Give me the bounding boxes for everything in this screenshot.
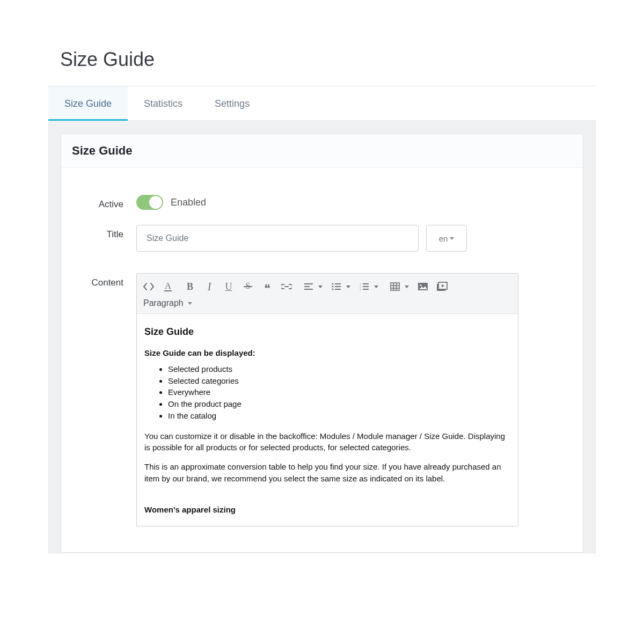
svg-point-23 bbox=[420, 284, 421, 286]
link-icon[interactable] bbox=[278, 278, 295, 295]
ul-dropdown-icon[interactable] bbox=[346, 286, 350, 288]
svg-point-7 bbox=[332, 288, 333, 290]
tab-statistics[interactable]: Statistics bbox=[128, 86, 199, 120]
language-code: en bbox=[439, 234, 448, 243]
list-item: Everywhere bbox=[168, 386, 510, 398]
strikethrough-icon[interactable]: S bbox=[239, 278, 257, 295]
label-active: Active bbox=[72, 195, 136, 210]
active-state-label: Enabled bbox=[171, 197, 206, 208]
table-dropdown-icon[interactable] bbox=[405, 286, 409, 288]
content-subheading: Size Guide can be displayed: bbox=[144, 347, 510, 359]
row-active: Active Enabled bbox=[72, 195, 572, 210]
content-heading: Size Guide bbox=[144, 325, 510, 339]
tab-settings[interactable]: Settings bbox=[199, 86, 266, 120]
blockquote-icon[interactable]: ❝ bbox=[259, 278, 276, 295]
toggle-knob bbox=[149, 196, 162, 209]
row-title: Title en bbox=[72, 225, 572, 252]
image-icon[interactable] bbox=[414, 278, 431, 295]
editor-content[interactable]: Size Guide Size Guide can be displayed: … bbox=[137, 314, 518, 526]
format-select[interactable]: Paragraph bbox=[140, 295, 515, 310]
list-item: Selected products bbox=[168, 363, 510, 375]
content-section-heading: Women's apparel sizing bbox=[144, 504, 510, 516]
media-icon[interactable] bbox=[434, 278, 451, 295]
align-icon[interactable] bbox=[300, 278, 317, 295]
svg-rect-17 bbox=[391, 283, 399, 290]
code-view-icon[interactable] bbox=[140, 278, 157, 295]
bold-icon[interactable]: B bbox=[181, 278, 199, 295]
align-dropdown-icon[interactable] bbox=[318, 286, 323, 288]
label-content: Content bbox=[72, 273, 136, 288]
title-input[interactable] bbox=[136, 225, 419, 252]
active-toggle[interactable] bbox=[136, 195, 163, 210]
numbered-list-icon[interactable]: 123 bbox=[356, 278, 373, 295]
content-paragraph: This is an approximate conversion table … bbox=[144, 461, 510, 485]
content-area: Size Guide Active Enabled Title bbox=[48, 121, 596, 553]
chevron-down-icon bbox=[450, 237, 454, 240]
rich-text-editor: A B I U S ❝ bbox=[136, 273, 518, 526]
svg-point-5 bbox=[332, 283, 333, 284]
panel: Size Guide Active Enabled Title bbox=[61, 134, 583, 553]
content-paragraph: You can customize it or disable in the b… bbox=[144, 430, 510, 454]
italic-icon[interactable]: I bbox=[201, 278, 218, 295]
language-select[interactable]: en bbox=[426, 225, 467, 252]
label-title: Title bbox=[72, 225, 136, 240]
panel-heading: Size Guide bbox=[61, 134, 583, 168]
table-icon[interactable] bbox=[386, 278, 404, 295]
content-list: Selected products Selected categories Ev… bbox=[168, 363, 510, 422]
ol-dropdown-icon[interactable] bbox=[374, 286, 378, 288]
list-item: On the product page bbox=[168, 398, 510, 410]
format-select-label: Paragraph bbox=[143, 298, 184, 308]
tab-size-guide[interactable]: Size Guide bbox=[48, 86, 128, 120]
svg-text:3: 3 bbox=[360, 288, 361, 290]
tab-bar: Size Guide Statistics Settings bbox=[48, 86, 596, 121]
svg-point-6 bbox=[332, 286, 333, 287]
page-title: Size Guide bbox=[48, 48, 596, 86]
editor-toolbar: A B I U S ❝ bbox=[137, 274, 518, 314]
chevron-down-icon bbox=[188, 302, 192, 305]
row-content: Content A B bbox=[72, 273, 572, 526]
text-color-icon[interactable]: A bbox=[159, 278, 177, 295]
list-item: Selected categories bbox=[168, 375, 510, 387]
list-item: In the catalog bbox=[168, 410, 510, 422]
bullet-list-icon[interactable] bbox=[328, 278, 345, 295]
underline-icon[interactable]: U bbox=[220, 278, 237, 295]
